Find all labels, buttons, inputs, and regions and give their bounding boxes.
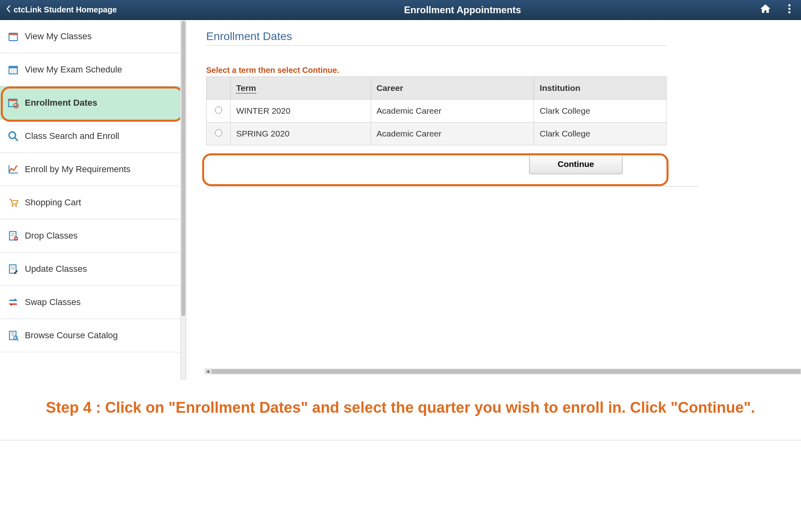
scroll-left-icon[interactable]: ◀ [205, 369, 211, 374]
cell-institution: Clark College [534, 122, 666, 145]
instruction-text: Select a term then select Continue. [206, 66, 785, 75]
svg-point-1 [788, 8, 791, 10]
sidebar-item-enroll-requirements[interactable]: Enroll by My Requirements [0, 153, 186, 186]
back-button[interactable]: ctcLink Student Homepage [6, 5, 178, 14]
more-menu-icon[interactable] [783, 3, 795, 17]
cell-career: Academic Career [371, 122, 534, 145]
swap-icon [7, 296, 19, 308]
sidebar-item-browse-catalog[interactable]: Browse Course Catalog [0, 319, 186, 352]
calendar-check-icon [7, 97, 19, 109]
cell-institution: Clark College [534, 100, 666, 122]
sidebar-item-swap-classes[interactable]: Swap Classes [0, 286, 186, 319]
horizontal-scrollbar[interactable]: ◀ [205, 368, 801, 375]
cell-term: WINTER 2020 [231, 100, 371, 122]
term-radio[interactable] [215, 106, 222, 114]
instruction-caption-region: Step 4 : Click on "Enrollment Dates" and… [0, 380, 801, 440]
sidebar-scrollbar[interactable] [180, 20, 186, 380]
drop-icon [7, 230, 19, 242]
edit-icon [7, 263, 19, 275]
sidebar-item-label: Enrollment Dates [25, 98, 97, 108]
sidebar-item-enrollment-dates[interactable]: Enrollment Dates [0, 86, 186, 120]
page-title: Enrollment Appointments [178, 4, 747, 16]
sidebar-item-exam-schedule[interactable]: View My Exam Schedule [0, 53, 186, 86]
sidebar-item-drop-classes[interactable]: Drop Classes [0, 219, 186, 253]
sidebar-item-label: View My Exam Schedule [25, 64, 122, 75]
calendar-icon [7, 30, 19, 42]
sidebar-item-label: View My Classes [25, 31, 92, 42]
table-row: WINTER 2020 Academic Career Clark Colleg… [207, 100, 666, 122]
sidebar-item-label: Swap Classes [25, 297, 80, 307]
svg-point-0 [788, 4, 791, 7]
column-header-institution[interactable]: Institution [534, 77, 666, 100]
svg-line-14 [15, 138, 18, 141]
svg-rect-11 [8, 99, 17, 101]
svg-point-13 [9, 132, 16, 139]
catalog-icon [7, 329, 19, 341]
chevron-left-icon [6, 5, 11, 14]
main-content: Enrollment Dates Select a term then sele… [186, 20, 801, 380]
cart-icon [7, 197, 19, 209]
search-icon [7, 130, 19, 142]
svg-line-31 [17, 339, 18, 341]
term-radio[interactable] [215, 129, 222, 137]
svg-rect-6 [9, 66, 18, 68]
svg-point-18 [15, 205, 17, 207]
sidebar-item-label: Browse Course Catalog [25, 330, 118, 341]
sidebar-item-label: Drop Classes [25, 231, 78, 241]
sidebar-item-view-classes[interactable]: View My Classes [0, 20, 186, 53]
cell-career: Academic Career [371, 100, 534, 122]
sidebar-item-class-search[interactable]: Class Search and Enroll [0, 120, 186, 153]
section-divider [206, 186, 699, 187]
svg-rect-27 [10, 331, 16, 340]
column-header-term[interactable]: Term [231, 77, 371, 100]
sidebar-item-update-classes[interactable]: Update Classes [0, 253, 186, 286]
content-heading: Enrollment Dates [206, 30, 666, 46]
app-header: ctcLink Student Homepage Enrollment Appo… [0, 0, 801, 20]
sidebar-item-label: Class Search and Enroll [25, 131, 119, 141]
svg-rect-4 [9, 33, 18, 35]
svg-point-2 [788, 11, 791, 14]
chart-line-icon [7, 163, 19, 175]
table-row: SPRING 2020 Academic Career Clark Colleg… [207, 122, 666, 145]
sidebar-item-label: Enroll by My Requirements [25, 164, 130, 175]
svg-point-17 [12, 205, 14, 207]
column-header-career[interactable]: Career [371, 77, 534, 100]
term-selection-table: Term Career Institution WINTER 2020 Acad… [206, 76, 666, 145]
sidebar-item-label: Shopping Cart [25, 197, 81, 208]
continue-button[interactable]: Continue [529, 154, 622, 174]
home-icon[interactable] [759, 3, 771, 17]
back-label: ctcLink Student Homepage [14, 5, 117, 14]
sidebar-nav: View My Classes View My Exam Schedule En… [0, 20, 186, 380]
sidebar-item-label: Update Classes [25, 264, 87, 274]
sidebar-item-shopping-cart[interactable]: Shopping Cart [0, 186, 186, 219]
column-header-blank [207, 77, 231, 100]
calendar-grid-icon [7, 64, 19, 76]
step-caption: Step 4 : Click on "Enrollment Dates" and… [24, 396, 777, 419]
cell-term: SPRING 2020 [231, 122, 371, 145]
